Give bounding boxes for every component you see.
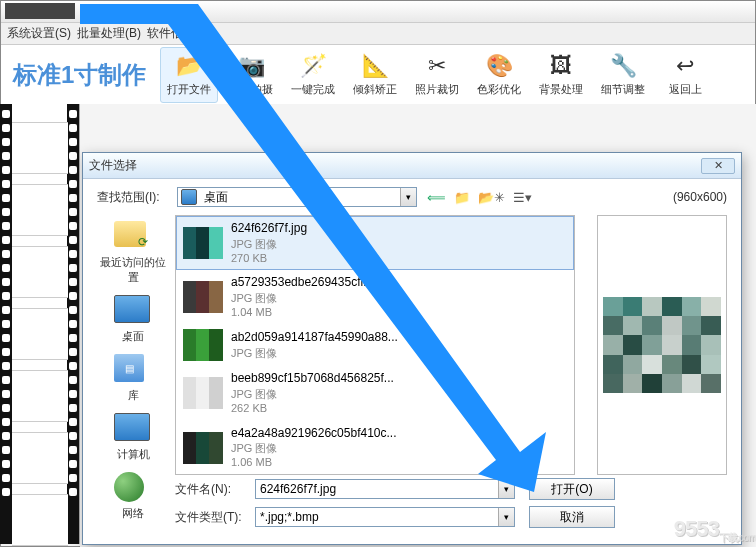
tool-icon: 🪄 <box>297 52 329 80</box>
tool-0[interactable]: 📂打开文件 <box>160 47 218 103</box>
file-name: beeb899cf15b7068d456825f... <box>231 371 394 387</box>
cancel-button[interactable]: 取消 <box>529 506 615 528</box>
file-name: e4a2a48a9219626c05bf410c... <box>231 426 397 442</box>
place-label: 计算机 <box>117 447 150 462</box>
place-0[interactable]: ⟳最近访问的位置 <box>97 221 169 285</box>
close-icon[interactable]: ✕ <box>701 158 735 174</box>
tool-label: 细节调整 <box>601 82 645 97</box>
back-icon[interactable]: ⟸ <box>427 190 446 205</box>
toolbar: 标准1寸制作 📂打开文件📷联机拍摄🪄一键完成📐倾斜矫正✂照片裁切🎨色彩优化🖼背景… <box>1 45 755 105</box>
chevron-down-icon[interactable]: ▾ <box>498 508 514 526</box>
menu-system[interactable]: 系统设置(S) <box>7 25 71 42</box>
new-folder-icon[interactable]: 📂✳ <box>478 190 505 205</box>
file-name: ab2d059a914187fa45990a88... <box>231 330 398 346</box>
place-icon <box>114 413 152 445</box>
mode-title: 标准1寸制作 <box>1 59 158 91</box>
tool-label: 背景处理 <box>539 82 583 97</box>
view-icon[interactable]: ☰▾ <box>513 190 532 205</box>
up-icon[interactable]: 📁 <box>454 190 470 205</box>
tool-3[interactable]: 📐倾斜矫正 <box>346 47 404 103</box>
file-item[interactable]: a5729353edbe269435cffb... JPG 图像 1.04 MB <box>176 270 574 324</box>
tool-2[interactable]: 🪄一键完成 <box>284 47 342 103</box>
thumbnail <box>183 377 223 409</box>
chevron-down-icon[interactable]: ▾ <box>400 188 416 206</box>
file-info: beeb899cf15b7068d456825f... JPG 图像 262 K… <box>231 371 394 415</box>
film-cell[interactable] <box>12 308 68 360</box>
place-icon: ▤ <box>114 354 152 386</box>
tool-1[interactable]: 📷联机拍摄 <box>222 47 280 103</box>
thumbnail <box>183 432 223 464</box>
file-size: 262 KB <box>231 401 394 415</box>
film-cell[interactable] <box>12 432 68 484</box>
menu-batch[interactable]: 批量处理(B) <box>77 25 141 42</box>
look-in-value: 桌面 <box>200 189 400 206</box>
file-item[interactable]: 624f626f7f.jpg JPG 图像 270 KB <box>176 216 574 270</box>
tool-icon: 🖼 <box>545 52 577 80</box>
file-info: a5729353edbe269435cffb... JPG 图像 1.04 MB <box>231 275 380 319</box>
tool-label: 一键完成 <box>291 82 335 97</box>
file-name: 624f626f7f.jpg <box>231 221 307 237</box>
film-strip <box>0 104 80 544</box>
tool-label: 联机拍摄 <box>229 82 273 97</box>
tool-4[interactable]: ✂照片裁切 <box>408 47 466 103</box>
menu-info[interactable]: 软件信息(H) <box>147 25 212 42</box>
look-in-label: 查找范围(I): <box>97 189 177 206</box>
file-size: 270 KB <box>231 251 307 265</box>
chevron-down-icon[interactable]: ▾ <box>498 480 514 498</box>
file-name: a5729353edbe269435cffb... <box>231 275 380 291</box>
place-2[interactable]: ▤库 <box>114 354 152 403</box>
film-cell[interactable] <box>12 184 68 236</box>
film-cell[interactable] <box>12 246 68 298</box>
dialog-title-text: 文件选择 <box>89 157 137 174</box>
tool-icon: 📐 <box>359 52 391 80</box>
thumbnail <box>183 329 223 361</box>
filetype-label: 文件类型(T): <box>175 509 255 526</box>
film-cell[interactable] <box>12 122 68 174</box>
place-label: 最近访问的位置 <box>97 255 169 285</box>
file-size: 1.04 MB <box>231 305 380 319</box>
film-cell[interactable] <box>12 494 68 546</box>
file-info: 624f626f7f.jpg JPG 图像 270 KB <box>231 221 307 265</box>
nav-icons: ⟸ 📁 📂✳ ☰▾ <box>427 190 532 205</box>
place-1[interactable]: 桌面 <box>114 295 152 344</box>
dialog-titlebar: 文件选择 ✕ <box>83 153 741 179</box>
place-label: 桌面 <box>122 329 144 344</box>
tool-icon: 📂 <box>173 52 205 80</box>
file-info: e4a2a48a9219626c05bf410c... JPG 图像 1.06 … <box>231 426 397 470</box>
file-item[interactable]: ab2d059a914187fa45990a88... JPG 图像 <box>176 324 574 366</box>
file-type: JPG 图像 <box>231 237 307 251</box>
place-icon <box>114 295 152 327</box>
place-4[interactable]: 网络 <box>114 472 152 521</box>
title-bar <box>1 1 755 23</box>
tool-icon: 🎨 <box>483 52 515 80</box>
menu-bar: 系统设置(S) 批量处理(B) 软件信息(H) <box>1 23 755 45</box>
tool-5[interactable]: 🎨色彩优化 <box>470 47 528 103</box>
title-tab <box>5 3 75 19</box>
file-list[interactable]: 624f626f7f.jpg JPG 图像 270 KB a5729353edb… <box>175 215 575 475</box>
film-cell[interactable] <box>12 370 68 422</box>
file-type: JPG 图像 <box>231 291 380 305</box>
filetype-combo[interactable]: *.jpg;*.bmp ▾ <box>255 507 515 527</box>
tool-icon: ✂ <box>421 52 453 80</box>
file-type: JPG 图像 <box>231 387 394 401</box>
file-type: JPG 图像 <box>231 346 398 360</box>
tool-icon: ↩ <box>669 52 701 80</box>
place-icon <box>114 472 152 504</box>
filename-input[interactable]: 624f626f7f.jpg ▾ <box>255 479 515 499</box>
file-item[interactable]: beeb899cf15b7068d456825f... JPG 图像 262 K… <box>176 366 574 420</box>
tool-6[interactable]: 🖼背景处理 <box>532 47 590 103</box>
file-item[interactable]: e4a2a48a9219626c05bf410c... JPG 图像 1.06 … <box>176 421 574 475</box>
file-size: 1.06 MB <box>231 455 397 469</box>
filename-value: 624f626f7f.jpg <box>256 482 498 496</box>
tool-7[interactable]: 🔧细节调整 <box>594 47 652 103</box>
watermark: 9553下载.com <box>674 516 756 545</box>
open-button[interactable]: 打开(O) <box>529 478 615 500</box>
place-3[interactable]: 计算机 <box>114 413 152 462</box>
tool-icon: 📷 <box>235 52 267 80</box>
tool-label: 返回上 <box>669 82 702 97</box>
tool-8[interactable]: ↩返回上 <box>656 47 714 103</box>
file-dialog: 文件选择 ✕ 查找范围(I): 桌面 ▾ ⟸ 📁 📂✳ ☰▾ (960x600)… <box>82 152 742 545</box>
look-in-combo[interactable]: 桌面 ▾ <box>177 187 417 207</box>
file-info: ab2d059a914187fa45990a88... JPG 图像 <box>231 330 398 360</box>
preview-image <box>603 297 721 393</box>
